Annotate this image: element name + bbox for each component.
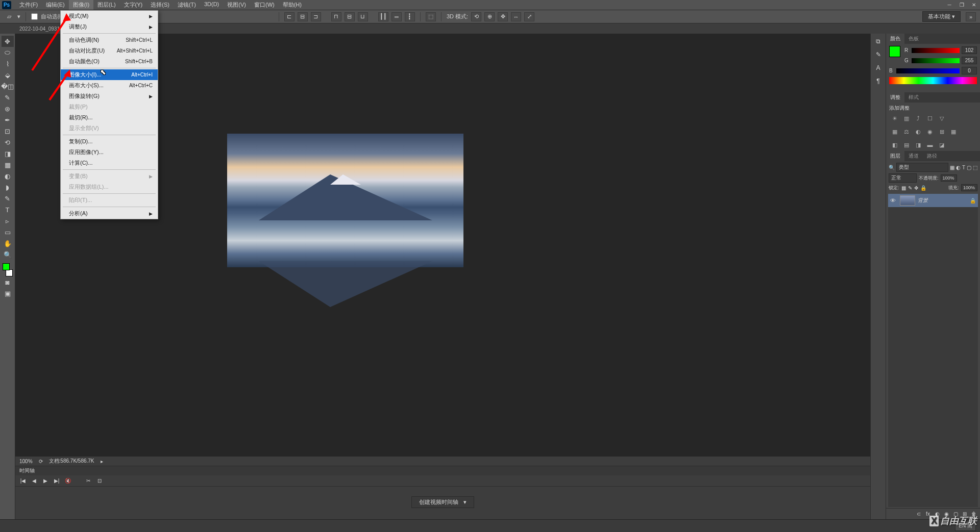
blend-mode-dropdown[interactable]: 正常: [889, 173, 917, 183]
background-color-swatch[interactable]: [6, 269, 13, 276]
link-layers-button[interactable]: ⊂: [915, 511, 922, 518]
filter-smart-icon[interactable]: ⬚: [973, 165, 977, 170]
g-value[interactable]: 255: [962, 57, 977, 64]
gradient-tool[interactable]: ▦: [2, 159, 14, 170]
align-left-button[interactable]: ⊏: [284, 12, 295, 21]
menu-item[interactable]: 编辑(E): [42, 0, 69, 10]
lock-all-icon[interactable]: 🔒: [920, 185, 926, 191]
lock-pixels-icon[interactable]: ✎: [908, 185, 912, 191]
menu-item[interactable]: 复制(D)...: [61, 136, 158, 147]
color-preview[interactable]: [889, 46, 900, 57]
tab-swatches[interactable]: 色板: [904, 34, 923, 44]
tab-layers[interactable]: 图层: [886, 151, 904, 161]
move-tool-indicator[interactable]: ▱: [4, 12, 14, 21]
posterize-icon[interactable]: ▤: [902, 140, 911, 149]
history-panel-icon[interactable]: ⧉: [873, 36, 884, 47]
menu-item[interactable]: 窗口(W): [250, 0, 279, 10]
tl-audio-button[interactable]: 🔇: [64, 477, 71, 485]
align-bottom-button[interactable]: ⊔: [358, 12, 368, 21]
menu-item[interactable]: 图像大小(I)...Alt+Ctrl+I: [61, 69, 158, 80]
tab-channels[interactable]: 通道: [904, 151, 923, 161]
menu-item[interactable]: 滤镜(T): [174, 0, 200, 10]
color-swatches[interactable]: [3, 263, 13, 276]
create-video-timeline-button[interactable]: 创建视频时间轴 ▾: [411, 496, 474, 508]
menu-item[interactable]: 文字(Y): [120, 0, 147, 10]
tl-prev-frame-button[interactable]: ◀: [31, 477, 38, 485]
tl-next-frame-button[interactable]: ▶|: [53, 477, 60, 485]
tl-transition-button[interactable]: ⊡: [96, 477, 103, 485]
menu-item[interactable]: 调整(J)▶: [61, 21, 158, 32]
sync-icon[interactable]: ⟳: [39, 459, 43, 464]
3d-orbit-button[interactable]: ⟲: [471, 12, 481, 21]
distribute-v-button[interactable]: ═: [391, 12, 402, 21]
hand-tool[interactable]: ✋: [2, 238, 14, 249]
menu-item[interactable]: 帮助(H): [279, 0, 306, 10]
lock-position-icon[interactable]: ✥: [914, 185, 918, 191]
foreground-color-swatch[interactable]: [3, 263, 10, 270]
menu-item[interactable]: 文件(F): [15, 0, 42, 10]
healing-tool[interactable]: ⊛: [2, 103, 14, 114]
eyedropper-tool[interactable]: ✎: [2, 92, 14, 103]
b-slider[interactable]: [896, 68, 960, 73]
vibrance-icon[interactable]: ▽: [937, 114, 946, 123]
move-tool[interactable]: ✥: [2, 36, 14, 47]
r-slider[interactable]: [912, 48, 960, 53]
menu-item[interactable]: 3D(D): [200, 0, 223, 10]
menu-item[interactable]: 应用图像(Y)...: [61, 147, 158, 158]
pen-tool[interactable]: ✎: [2, 193, 14, 204]
distribute-h-button[interactable]: ┃┃: [378, 12, 388, 21]
eraser-tool[interactable]: ◨: [2, 148, 14, 159]
doc-info-arrow[interactable]: ▸: [101, 459, 103, 464]
layer-visibility-icon[interactable]: 👁: [890, 197, 897, 204]
exposure-icon[interactable]: ☐: [925, 114, 935, 123]
menu-item[interactable]: 计算(C)...: [61, 158, 158, 168]
hue-icon[interactable]: ▦: [890, 127, 899, 136]
zoom-tool[interactable]: 🔍: [2, 249, 14, 260]
color-balance-icon[interactable]: ⚖: [902, 127, 911, 136]
b-value[interactable]: 0: [962, 67, 977, 74]
history-brush-tool[interactable]: ⟲: [2, 137, 14, 148]
lasso-tool[interactable]: ⌇: [2, 58, 14, 69]
selective-color-icon[interactable]: ◪: [937, 140, 946, 149]
tl-play-button[interactable]: ▶: [42, 477, 49, 485]
bw-icon[interactable]: ◐: [914, 127, 923, 136]
fill-input[interactable]: 100%: [961, 184, 977, 191]
path-select-tool[interactable]: ▹: [2, 215, 14, 226]
tab-adjustments[interactable]: 调整: [886, 92, 904, 103]
panel-menu-button[interactable]: »: [966, 12, 976, 21]
menu-item[interactable]: 分析(A)▶: [61, 208, 158, 219]
color-lookup-icon[interactable]: ▦: [949, 127, 958, 136]
menu-item[interactable]: 图层(L): [93, 0, 119, 10]
layer-name[interactable]: 背景: [918, 197, 928, 204]
opacity-input[interactable]: 100%: [941, 174, 957, 182]
minimize-button[interactable]: ─: [943, 1, 955, 10]
tl-split-button[interactable]: ✂: [85, 477, 92, 485]
brush-tool[interactable]: ✒: [2, 114, 14, 125]
tab-color[interactable]: 颜色: [886, 34, 904, 44]
stamp-tool[interactable]: ⊡: [2, 125, 14, 137]
r-value[interactable]: 102: [962, 46, 977, 54]
shape-tool[interactable]: ▭: [2, 226, 14, 238]
color-spectrum[interactable]: [889, 77, 977, 84]
close-button[interactable]: ✕: [968, 1, 980, 10]
invert-icon[interactable]: ◧: [890, 140, 899, 149]
dodge-tool[interactable]: ◗: [2, 182, 14, 193]
menu-item[interactable]: 模式(M)▶: [61, 11, 158, 21]
3d-slide-button[interactable]: ↔: [511, 12, 521, 21]
align-center-h-button[interactable]: ⊟: [298, 12, 308, 21]
3d-scale-button[interactable]: ⤢: [524, 12, 534, 21]
marquee-tool[interactable]: ⬭: [2, 47, 14, 58]
distribute-button[interactable]: ┇: [405, 12, 415, 21]
workspace-switcher[interactable]: 基本功能 ▾: [922, 11, 961, 22]
menu-item[interactable]: 裁切(R)...: [61, 112, 158, 123]
menu-item[interactable]: 图像(I): [69, 0, 93, 10]
lock-transparency-icon[interactable]: ▦: [901, 185, 906, 191]
menu-item[interactable]: 自动色调(N)Shift+Ctrl+L: [61, 35, 158, 45]
screen-mode-button[interactable]: ▣: [2, 288, 14, 299]
filter-type-icon[interactable]: T: [962, 165, 965, 170]
filter-shape-icon[interactable]: ▢: [967, 165, 971, 170]
quick-select-tool[interactable]: ⬙: [2, 69, 14, 81]
menu-item[interactable]: 选择(S): [146, 0, 174, 10]
channel-mixer-icon[interactable]: ⊞: [937, 127, 946, 136]
tab-styles[interactable]: 样式: [904, 92, 923, 103]
